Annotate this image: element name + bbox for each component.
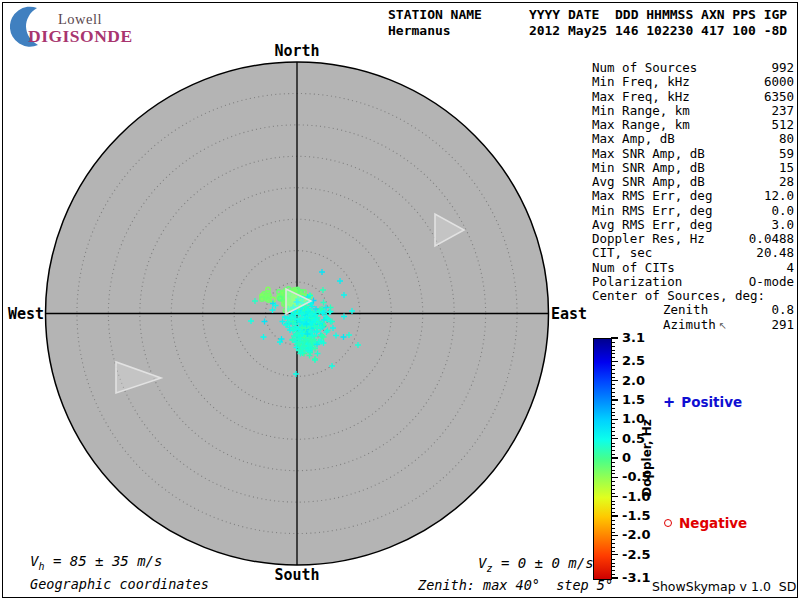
- colorbar-minor-tick: [611, 408, 615, 409]
- stat-row: Avg RMS Err, deg3.0: [592, 218, 794, 232]
- circle-symbol-icon: [664, 519, 672, 527]
- colorbar-major-tick: [611, 515, 618, 516]
- colorbar-major-tick: [611, 438, 618, 439]
- colorbar-tick-label: 0: [622, 450, 631, 465]
- compass-west-label: West: [0, 305, 44, 323]
- colorbar-tick-label: 1.5: [622, 392, 645, 407]
- logo-digisonde-text: DIGISONDE: [28, 26, 133, 47]
- colorbar-tick-label: -2.5: [622, 547, 650, 562]
- coordinate-system-label: Geographic coordinates: [30, 576, 209, 592]
- stat-row: Zenith0.8: [592, 303, 794, 317]
- legend-positive-label: Positive: [681, 394, 742, 410]
- colorbar-major-tick: [611, 361, 618, 362]
- colorbar-minor-tick: [611, 373, 615, 374]
- vertical-velocity-value: Vz = 0 ± 0 m/s: [478, 555, 594, 574]
- colorbar-minor-tick: [611, 566, 615, 567]
- colorbar-minor-tick: [611, 528, 615, 529]
- colorbar-minor-tick: [611, 404, 615, 405]
- colorbar-minor-tick: [611, 353, 615, 354]
- colorbar-minor-tick: [611, 450, 615, 451]
- legend-negative: Negative: [664, 515, 747, 531]
- colorbar-minor-tick: [611, 443, 615, 444]
- colorbar-minor-tick: [611, 350, 615, 351]
- colorbar-minor-tick: [611, 377, 615, 378]
- colorbar-tick-label: -3.1: [622, 570, 650, 585]
- colorbar-minor-tick: [611, 388, 615, 389]
- colorbar-minor-tick: [611, 551, 615, 552]
- colorbar-minor-tick: [611, 539, 615, 540]
- colorbar-major-tick: [611, 535, 618, 536]
- stat-row: Doppler Res, Hz0.0488: [592, 232, 794, 246]
- colorbar-minor-tick: [611, 415, 615, 416]
- colorbar-major-tick: [611, 380, 618, 381]
- colorbar-minor-tick: [611, 543, 615, 544]
- colorbar-major-tick: [611, 399, 618, 400]
- colorbar-minor-tick: [611, 493, 615, 494]
- colorbar-tick-label: 2.0: [622, 373, 645, 388]
- plus-symbol-icon: +: [664, 396, 674, 409]
- colorbar-minor-tick: [611, 512, 615, 513]
- compass-east-label: East: [551, 305, 587, 323]
- colorbar-minor-tick: [611, 485, 615, 486]
- colorbar-minor-tick: [611, 570, 615, 571]
- colorbar-minor-tick: [611, 504, 615, 505]
- stat-row: CIT, sec20.48: [592, 246, 794, 260]
- stat-row: Max RMS Err, deg12.0: [592, 189, 794, 203]
- colorbar-tick-label: -1.5: [622, 508, 650, 523]
- colorbar-major-tick: [611, 419, 618, 420]
- stat-row: Max Freq, kHz6350: [592, 90, 794, 104]
- colorbar-minor-tick: [611, 446, 615, 447]
- colorbar-major-tick: [611, 337, 618, 338]
- doppler-axis-label: Doppler, Hz: [640, 419, 654, 497]
- stat-row: Min Freq, kHz6000: [592, 75, 794, 89]
- colorbar-tick-label: 3.1: [622, 330, 645, 345]
- horizontal-velocity-value: Vh = 85 ± 35 m/s: [30, 553, 162, 572]
- colorbar-major-tick: [611, 554, 618, 555]
- lowell-digisonde-logo: Lowell DIGISONDE: [10, 5, 140, 47]
- legend-positive: + Positive: [664, 394, 742, 410]
- colorbar-minor-tick: [611, 365, 615, 366]
- version-text: ShowSkymap v 1.0 SD v 5.1: [652, 579, 800, 594]
- colorbar-minor-tick: [611, 524, 615, 525]
- stat-row: PolarizationO-mode: [592, 275, 794, 289]
- colorbar-tick-label: 2.5: [622, 353, 645, 368]
- zenith-scale-label: Zenith: max 40° step 5°: [418, 577, 613, 593]
- stats-panel: Num of Sources992Min Freq, kHz6000Max Fr…: [592, 61, 794, 333]
- colorbar-minor-tick: [611, 357, 615, 358]
- colorbar-minor-tick: [611, 427, 615, 428]
- colorbar-major-tick: [611, 496, 618, 497]
- colorbar-major-tick: [611, 457, 618, 458]
- colorbar-minor-tick: [611, 473, 615, 474]
- compass-south-label: South: [250, 566, 344, 584]
- stat-row: Max Range, km512: [592, 118, 794, 132]
- colorbar-minor-tick: [611, 384, 615, 385]
- colorbar-minor-tick: [611, 392, 615, 393]
- colorbar-minor-tick: [611, 547, 615, 548]
- stat-row: Center of Sources, deg:: [592, 289, 794, 303]
- colorbar-minor-tick: [611, 435, 615, 436]
- colorbar-minor-tick: [611, 489, 615, 490]
- colorbar-minor-tick: [611, 369, 615, 370]
- colorbar-tick-label: -2.0: [622, 528, 650, 543]
- colorbar-minor-tick: [611, 470, 615, 471]
- stat-row: Max SNR Amp, dB59: [592, 147, 794, 161]
- stat-row: Avg SNR Amp, dB28: [592, 175, 794, 189]
- colorbar-minor-tick: [611, 466, 615, 467]
- colorbar-minor-tick: [611, 559, 615, 560]
- colorbar-minor-tick: [611, 574, 615, 575]
- colorbar-minor-tick: [611, 454, 615, 455]
- colorbar-minor-tick: [611, 346, 615, 347]
- stat-row: Min SNR Amp, dB15: [592, 161, 794, 175]
- header-station-values: Hermanus 2012 May25 146 102230 417 100 -…: [388, 23, 787, 39]
- stat-row: Min RMS Err, deg0.0: [592, 204, 794, 218]
- stat-row: Min Range, km237: [592, 104, 794, 118]
- stat-row: Num of Sources992: [592, 61, 794, 75]
- compass-north-label: North: [250, 42, 344, 60]
- colorbar-minor-tick: [611, 396, 615, 397]
- colorbar-minor-tick: [611, 462, 615, 463]
- stat-row: Max Amp, dB80: [592, 132, 794, 146]
- colorbar-minor-tick: [611, 481, 615, 482]
- colorbar-minor-tick: [611, 508, 615, 509]
- colorbar-minor-tick: [611, 431, 615, 432]
- colorbar-minor-tick: [611, 532, 615, 533]
